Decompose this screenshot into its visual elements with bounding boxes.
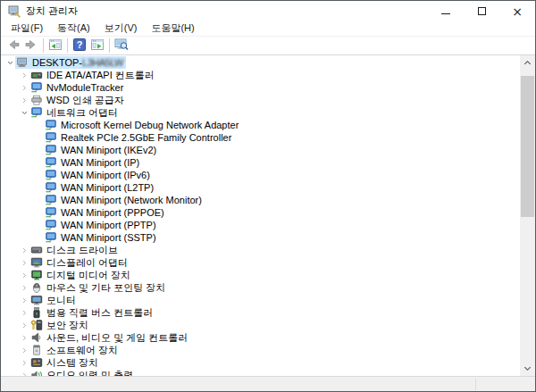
- sound-controller-icon: [30, 331, 43, 344]
- tree-item-label: 보안 장치: [46, 320, 88, 331]
- row-content[interactable]: WAN Miniport (PPPOE): [44, 206, 167, 219]
- network-adapter-icon: [45, 206, 57, 219]
- printer-icon: [30, 94, 43, 106]
- expander-collapsed-icon[interactable]: [19, 281, 29, 294]
- expander-collapsed-icon[interactable]: [19, 81, 29, 94]
- software-device-icon: [30, 344, 43, 356]
- row-content[interactable]: 오디오 입력 및 출력: [29, 369, 136, 376]
- help-button[interactable]: ?: [71, 38, 88, 54]
- expander-expanded-icon[interactable]: [4, 56, 15, 69]
- menu-item-3[interactable]: 도움말(H): [144, 21, 201, 37]
- tree-item[interactable]: 사운드, 비디오 및 게임 컨트롤러: [1, 331, 520, 344]
- row-content[interactable]: WAN Miniport (IPv6): [44, 169, 153, 181]
- scroll-up-button[interactable]: [520, 55, 535, 71]
- tree-item[interactable]: WAN Miniport (L2TP): [1, 181, 520, 194]
- expander-collapsed-icon[interactable]: [19, 306, 29, 319]
- show-hide-console-tree-button[interactable]: [46, 38, 64, 54]
- tree-item[interactable]: Realtek PCIe 2.5GbE Family Controller: [1, 131, 520, 144]
- tree-item[interactable]: Microsoft Kernel Debug Network Adapter: [1, 119, 520, 131]
- row-content[interactable]: Realtek PCIe 2.5GbE Family Controller: [44, 131, 234, 144]
- row-content[interactable]: 디지털 미디어 장치: [29, 269, 133, 281]
- tree-item-label: 디스크 드라이브: [46, 245, 118, 256]
- row-content[interactable]: WAN Miniport (SSTP): [44, 231, 159, 244]
- titlebar[interactable]: 장치 관리자 ×: [1, 1, 535, 21]
- expander-spacer: [33, 131, 44, 144]
- expander-collapsed-icon[interactable]: [19, 69, 29, 81]
- menu-item-0[interactable]: 파일(F): [4, 21, 50, 37]
- row-content[interactable]: 범용 직렬 버스 컨트롤러: [29, 306, 155, 319]
- monitor-icon: [30, 294, 43, 306]
- expander-expanded-icon[interactable]: [19, 106, 29, 119]
- properties-window-button[interactable]: [88, 38, 106, 54]
- window-title: 장치 관리자: [26, 4, 428, 18]
- tree-item[interactable]: 네트워크 어댑터: [1, 106, 520, 119]
- tree-item[interactable]: WAN Miniport (SSTP): [1, 231, 520, 244]
- tree-item[interactable]: WAN Miniport (Network Monitor): [1, 194, 520, 206]
- row-content[interactable]: 시스템 장치: [29, 356, 101, 369]
- row-content[interactable]: NvModuleTracker: [29, 81, 126, 94]
- expander-collapsed-icon[interactable]: [19, 331, 29, 344]
- maximize-button[interactable]: [464, 1, 499, 21]
- tree-item[interactable]: 디지털 미디어 장치: [1, 269, 520, 281]
- expander-collapsed-icon[interactable]: [19, 369, 29, 376]
- row-content[interactable]: 마우스 및 기타 포인팅 장치: [29, 281, 168, 294]
- tree-item[interactable]: 범용 직렬 버스 컨트롤러: [1, 306, 520, 319]
- row-content[interactable]: WSD 인쇄 공급자: [29, 94, 127, 106]
- back-button[interactable]: [4, 38, 22, 54]
- forward-button[interactable]: [22, 38, 40, 54]
- row-content[interactable]: 디스플레이 어댑터: [29, 256, 130, 269]
- expander-spacer: [33, 206, 44, 219]
- tree-item[interactable]: WAN Miniport (PPTP): [1, 219, 520, 231]
- minimize-button[interactable]: [428, 1, 464, 21]
- row-content[interactable]: 디스크 드라이브: [29, 244, 121, 256]
- tree-item[interactable]: WAN Miniport (IPv6): [1, 169, 520, 181]
- row-content[interactable]: 소프트웨어 장치: [29, 344, 121, 356]
- tree-item[interactable]: 소프트웨어 장치: [1, 344, 520, 356]
- expander-collapsed-icon[interactable]: [19, 94, 29, 106]
- expander-collapsed-icon[interactable]: [19, 294, 29, 306]
- tree-item[interactable]: 보안 장치: [1, 319, 520, 331]
- row-content[interactable]: Microsoft Kernel Debug Network Adapter: [44, 119, 241, 131]
- expander-collapsed-icon[interactable]: [19, 356, 29, 369]
- row-content[interactable]: WAN Miniport (IP): [44, 156, 142, 169]
- scroll-down-button[interactable]: [520, 361, 535, 376]
- row-content[interactable]: WAN Miniport (IKEv2): [44, 144, 159, 156]
- menu-item-1[interactable]: 동작(A): [50, 21, 97, 37]
- tree-item[interactable]: 오디오 입력 및 출력: [1, 369, 520, 376]
- tree-item[interactable]: 모니터: [1, 294, 520, 306]
- row-content[interactable]: 모니터: [29, 294, 79, 306]
- row-content[interactable]: 네트워크 어댑터: [29, 106, 121, 119]
- network-adapter-icon: [45, 219, 57, 231]
- tree-item[interactable]: WAN Miniport (IKEv2): [1, 144, 520, 156]
- tree-item[interactable]: 마우스 및 기타 포인팅 장치: [1, 281, 520, 294]
- row-content[interactable]: WAN Miniport (PPTP): [44, 219, 159, 231]
- scan-hardware-changes-button[interactable]: [113, 38, 130, 54]
- tree-item[interactable]: DESKTOP-L3HA5LW: [1, 56, 520, 69]
- menu-item-2[interactable]: 보기(V): [97, 21, 145, 37]
- digital-media-icon: [30, 269, 43, 281]
- expander-collapsed-icon[interactable]: [19, 256, 29, 269]
- tree-item[interactable]: 디스플레이 어댑터: [1, 256, 520, 269]
- tree-item[interactable]: WSD 인쇄 공급자: [1, 94, 520, 106]
- tree-item[interactable]: 디스크 드라이브: [1, 244, 520, 256]
- minimize-icon: [441, 13, 450, 14]
- scrollbar-thumb[interactable]: [521, 76, 534, 217]
- vertical-scrollbar[interactable]: [520, 55, 535, 376]
- close-icon: ×: [512, 5, 523, 18]
- expander-collapsed-icon[interactable]: [19, 244, 29, 256]
- close-button[interactable]: ×: [499, 1, 535, 21]
- row-content[interactable]: WAN Miniport (Network Monitor): [44, 194, 205, 206]
- expander-collapsed-icon[interactable]: [19, 344, 29, 356]
- row-content[interactable]: 보안 장치: [29, 319, 91, 331]
- expander-collapsed-icon[interactable]: [19, 269, 29, 281]
- tree-item[interactable]: 시스템 장치: [1, 356, 520, 369]
- tree-item[interactable]: WAN Miniport (IP): [1, 156, 520, 169]
- row-content[interactable]: IDE ATA/ATAPI 컨트롤러: [29, 69, 157, 81]
- tree-item[interactable]: IDE ATA/ATAPI 컨트롤러: [1, 69, 520, 81]
- tree-item[interactable]: NvModuleTracker: [1, 81, 520, 94]
- selected-row-highlight[interactable]: DESKTOP-L3HA5LW: [15, 56, 126, 69]
- row-content[interactable]: 사운드, 비디오 및 게임 컨트롤러: [29, 331, 190, 344]
- tree-item[interactable]: WAN Miniport (PPPOE): [1, 206, 520, 219]
- expander-collapsed-icon[interactable]: [19, 319, 29, 331]
- row-content[interactable]: WAN Miniport (L2TP): [44, 181, 156, 194]
